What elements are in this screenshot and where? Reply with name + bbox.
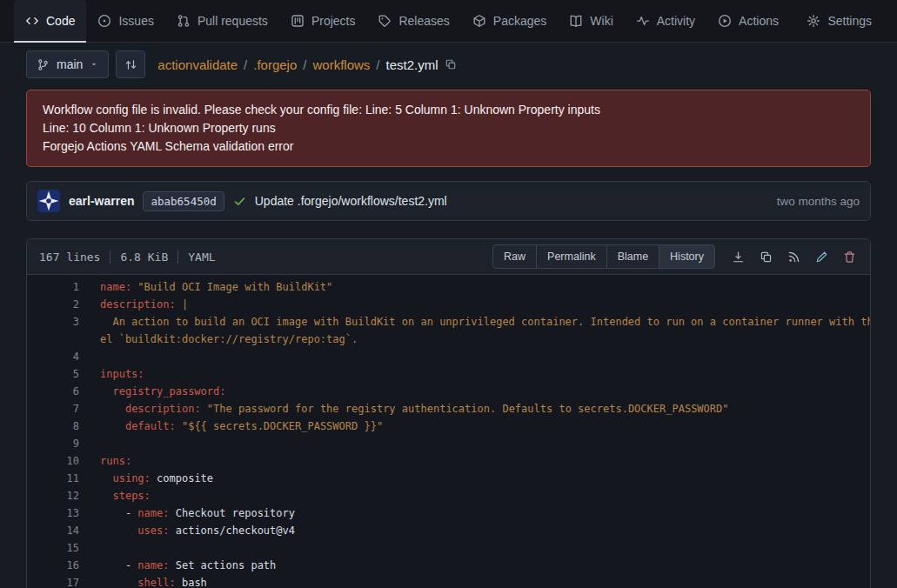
copy-icon[interactable] bbox=[760, 251, 773, 264]
avatar[interactable] bbox=[37, 190, 60, 212]
branch-name: main bbox=[57, 57, 83, 71]
code-text: runs: bbox=[79, 452, 131, 470]
line-number bbox=[27, 331, 79, 348]
code-line: 9 bbox=[27, 435, 870, 452]
line-number[interactable]: 15 bbox=[27, 539, 79, 557]
breadcrumb-segment-workflows[interactable]: workflows bbox=[312, 57, 370, 72]
raw-button[interactable]: Raw bbox=[492, 244, 537, 269]
blame-button[interactable]: Blame bbox=[606, 244, 659, 269]
commit-message[interactable]: Update .forgejo/workflows/test2.yml bbox=[255, 194, 447, 208]
line-number[interactable]: 9 bbox=[27, 435, 79, 452]
compare-branches-button[interactable] bbox=[116, 50, 145, 78]
line-number[interactable]: 11 bbox=[27, 470, 79, 487]
tab-actions[interactable]: Actions bbox=[706, 0, 790, 42]
projects-icon bbox=[291, 14, 305, 28]
file-navigation-row: main actionvalidate/.forgejo/workflows/t… bbox=[26, 50, 871, 78]
tab-settings[interactable]: Settings bbox=[795, 0, 883, 42]
line-number[interactable]: 13 bbox=[27, 504, 79, 522]
branch-selector[interactable]: main bbox=[26, 50, 109, 78]
breadcrumb-separator: / bbox=[376, 57, 379, 72]
line-number[interactable]: 17 bbox=[27, 574, 79, 588]
breadcrumb-segment-test2.yml: test2.yml bbox=[386, 57, 438, 72]
tab-projects[interactable]: Projects bbox=[279, 0, 367, 42]
file-size: 6.8 KiB bbox=[120, 251, 168, 264]
tab-packages[interactable]: Packages bbox=[461, 0, 558, 42]
tab-wiki[interactable]: Wiki bbox=[558, 0, 624, 42]
file-view-box: 167 lines 6.8 KiB YAML RawPermalinkBlame… bbox=[26, 238, 871, 588]
latest-commit-bar: earl-warren abab65450d Update .forgejo/w… bbox=[26, 181, 871, 221]
line-number[interactable]: 8 bbox=[27, 418, 79, 435]
code-text: registry_password: bbox=[79, 383, 226, 400]
code-text: description: "The password for the regis… bbox=[79, 400, 729, 418]
code-line: 13 - name: Checkout repository bbox=[27, 504, 870, 522]
breadcrumb-segment-actionvalidate[interactable]: actionvalidate bbox=[157, 57, 238, 72]
download-icon[interactable] bbox=[732, 251, 745, 264]
edit-icon[interactable] bbox=[815, 251, 828, 264]
code-line: 11 using: composite bbox=[27, 470, 870, 487]
code-text: uses: actions/checkout@v4 bbox=[79, 522, 295, 539]
code-line: 3 An action to build an OCI image with B… bbox=[27, 313, 870, 331]
top-navigation: CodeIssuesPull requestsProjectsReleasesP… bbox=[0, 0, 897, 43]
code-line: 1name: "Build OCI Image with BuildKit" bbox=[27, 278, 870, 296]
breadcrumb-segment-.forgejo[interactable]: .forgejo bbox=[253, 57, 297, 72]
line-number[interactable]: 7 bbox=[27, 400, 79, 418]
delete-icon[interactable] bbox=[843, 251, 856, 264]
gear-icon bbox=[807, 14, 820, 28]
breadcrumb-separator: / bbox=[244, 57, 247, 72]
line-number[interactable]: 4 bbox=[27, 348, 79, 365]
error-line: Forgejo Actions YAML Schema validation e… bbox=[43, 137, 854, 156]
pull-request-icon bbox=[177, 14, 191, 28]
line-number[interactable]: 14 bbox=[27, 522, 79, 539]
permalink-button[interactable]: Permalink bbox=[536, 244, 607, 269]
code-text: - name: Set actions path bbox=[79, 557, 276, 574]
code-text: shell: bash bbox=[79, 574, 207, 588]
code-text: using: composite bbox=[79, 470, 213, 487]
tab-label: Activity bbox=[657, 14, 695, 28]
commit-hash[interactable]: abab65450d bbox=[143, 191, 224, 211]
commit-success-check-icon bbox=[233, 195, 246, 208]
line-number[interactable]: 3 bbox=[27, 313, 79, 331]
code-line: 6 registry_password: bbox=[27, 383, 870, 400]
file-header: 167 lines 6.8 KiB YAML RawPermalinkBlame… bbox=[27, 239, 870, 275]
line-number[interactable]: 10 bbox=[27, 452, 79, 470]
packages-icon bbox=[472, 14, 486, 28]
tab-label: Wiki bbox=[590, 14, 613, 28]
code-line: 16 - name: Set actions path bbox=[27, 557, 870, 574]
tab-pull-requests[interactable]: Pull requests bbox=[165, 0, 279, 42]
divider bbox=[110, 251, 110, 264]
tab-label: Packages bbox=[493, 14, 546, 28]
breadcrumb-separator: / bbox=[303, 57, 306, 72]
actions-icon bbox=[718, 14, 732, 28]
line-number[interactable]: 16 bbox=[27, 557, 79, 574]
tab-label: Code bbox=[46, 14, 75, 28]
tab-code[interactable]: Code bbox=[14, 0, 86, 42]
line-number[interactable]: 5 bbox=[27, 365, 79, 383]
rss-icon[interactable] bbox=[787, 251, 800, 264]
tab-releases[interactable]: Releases bbox=[366, 0, 460, 42]
breadcrumb: actionvalidate/.forgejo/workflows/test2.… bbox=[157, 57, 438, 72]
code-line: 12 steps: bbox=[27, 487, 870, 504]
copy-path-icon[interactable] bbox=[445, 58, 457, 70]
tab-label: Actions bbox=[739, 14, 779, 28]
tab-activity[interactable]: Activity bbox=[625, 0, 706, 42]
tab-issues[interactable]: Issues bbox=[86, 0, 164, 42]
code-line: 5inputs: bbox=[27, 365, 870, 383]
line-number[interactable]: 2 bbox=[27, 296, 79, 313]
code-text: name: "Build OCI Image with BuildKit" bbox=[79, 278, 332, 296]
branch-icon bbox=[37, 58, 50, 71]
history-button[interactable]: History bbox=[659, 244, 715, 269]
tab-label: Pull requests bbox=[197, 14, 268, 28]
tab-label: Releases bbox=[398, 14, 449, 28]
code-text bbox=[79, 348, 100, 365]
code-text: description: | bbox=[79, 296, 188, 313]
file-meta: 167 lines 6.8 KiB YAML bbox=[39, 251, 216, 264]
line-number[interactable]: 12 bbox=[27, 487, 79, 504]
line-number[interactable]: 6 bbox=[27, 383, 79, 400]
line-number[interactable]: 1 bbox=[27, 278, 79, 296]
releases-icon bbox=[378, 14, 392, 28]
wiki-icon bbox=[569, 14, 583, 28]
code-text: el `buildkit:docker://registry/repo:tag`… bbox=[79, 331, 358, 348]
commit-author[interactable]: earl-warren bbox=[69, 194, 134, 208]
code-text bbox=[79, 539, 100, 557]
file-line-count: 167 lines bbox=[39, 251, 100, 264]
